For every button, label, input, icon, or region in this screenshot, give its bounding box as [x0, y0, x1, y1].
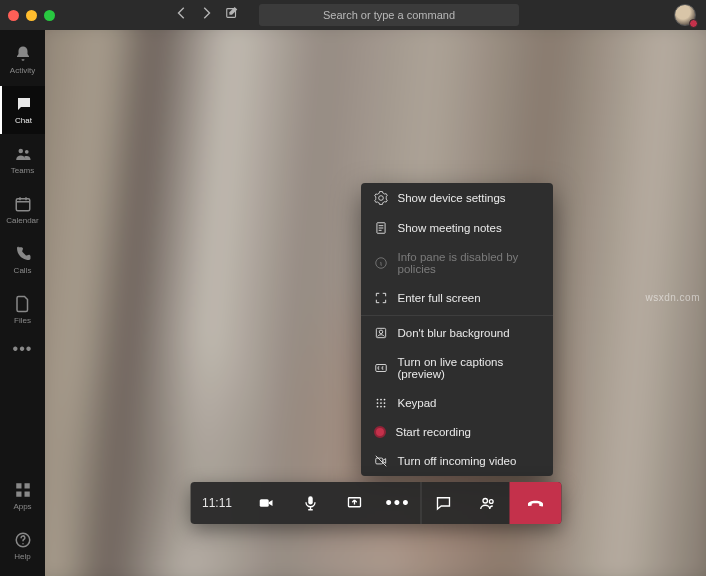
- menu-item-turn-off-incoming-video[interactable]: Turn off incoming video: [361, 446, 553, 476]
- svg-point-2: [24, 150, 28, 154]
- rail-label: Help: [14, 552, 30, 561]
- svg-point-21: [380, 406, 382, 408]
- svg-rect-7: [24, 492, 29, 497]
- blur-icon: [374, 326, 388, 340]
- rail-label: Calls: [14, 266, 32, 275]
- menu-label: Turn off incoming video: [398, 455, 517, 467]
- rail-label: Activity: [10, 66, 35, 75]
- menu-label: Start recording: [396, 426, 471, 438]
- mic-toggle-button[interactable]: [288, 482, 332, 524]
- menu-divider: [361, 315, 553, 316]
- chat-icon: [434, 494, 452, 512]
- svg-rect-25: [308, 496, 313, 504]
- chat-toggle-button[interactable]: [421, 482, 465, 524]
- svg-point-16: [383, 399, 385, 401]
- menu-label: Info pane is disabled by policies: [398, 251, 540, 275]
- more-actions-button[interactable]: •••: [376, 482, 420, 524]
- video-off-icon: [374, 454, 388, 468]
- menu-label: Don't blur background: [398, 327, 510, 339]
- menu-item-info-disabled: Info pane is disabled by policies: [361, 243, 553, 283]
- video-stage: wsxdn.com Show device settings Show meet…: [45, 30, 706, 576]
- rail-item-apps[interactable]: Apps: [0, 472, 45, 520]
- menu-item-start-recording[interactable]: Start recording: [361, 418, 553, 446]
- rail-label: Apps: [13, 502, 31, 511]
- mac-traffic-lights: [8, 10, 55, 21]
- phone-icon: [14, 245, 32, 263]
- svg-point-22: [383, 406, 385, 408]
- gear-icon: [374, 191, 388, 205]
- rail-label: Teams: [11, 166, 35, 175]
- ellipsis-icon: •••: [386, 494, 411, 512]
- camera-toggle-button[interactable]: [244, 482, 288, 524]
- app-window: Search or type a command Activity Chat T…: [0, 0, 706, 576]
- rail-item-help[interactable]: Help: [0, 522, 45, 570]
- rail-item-chat[interactable]: Chat: [0, 86, 45, 134]
- hang-up-button[interactable]: [509, 482, 561, 524]
- share-icon: [345, 494, 363, 512]
- file-icon: [14, 295, 32, 313]
- watermark: wsxdn.com: [645, 292, 700, 303]
- rail-label: Chat: [15, 116, 32, 125]
- compose-button[interactable]: [225, 6, 239, 24]
- rail-item-teams[interactable]: Teams: [0, 136, 45, 184]
- camera-icon: [257, 494, 275, 512]
- menu-item-device-settings[interactable]: Show device settings: [361, 183, 553, 213]
- call-control-bar: 11:11 •••: [190, 482, 561, 524]
- participants-button[interactable]: [465, 482, 509, 524]
- minimize-window-button[interactable]: [26, 10, 37, 21]
- menu-item-keypad[interactable]: Keypad: [361, 388, 553, 418]
- hangup-icon: [526, 494, 544, 512]
- rail-item-calendar[interactable]: Calendar: [0, 186, 45, 234]
- menu-item-live-captions[interactable]: Turn on live captions (preview): [361, 348, 553, 388]
- svg-point-28: [489, 500, 493, 504]
- svg-point-20: [376, 406, 378, 408]
- search-placeholder: Search or type a command: [323, 9, 455, 21]
- app-rail: Activity Chat Teams Calendar Calls Files: [0, 30, 45, 576]
- menu-label: Keypad: [398, 397, 437, 409]
- svg-rect-6: [16, 492, 21, 497]
- rail-label: Calendar: [6, 216, 38, 225]
- menu-item-blur-background[interactable]: Don't blur background: [361, 318, 553, 348]
- keypad-icon: [374, 396, 388, 410]
- mic-icon: [301, 494, 319, 512]
- svg-rect-4: [16, 483, 21, 488]
- svg-point-15: [380, 399, 382, 401]
- share-screen-button[interactable]: [332, 482, 376, 524]
- record-icon: [374, 426, 386, 438]
- rail-more-button[interactable]: •••: [13, 340, 33, 358]
- rail-item-calls[interactable]: Calls: [0, 236, 45, 284]
- rail-label: Files: [14, 316, 31, 325]
- svg-rect-5: [24, 483, 29, 488]
- svg-point-18: [380, 402, 382, 404]
- teams-icon: [14, 145, 32, 163]
- help-icon: [14, 531, 32, 549]
- menu-label: Show meeting notes: [398, 222, 502, 234]
- notes-icon: [374, 221, 388, 235]
- svg-point-14: [376, 399, 378, 401]
- menu-label: Enter full screen: [398, 292, 481, 304]
- people-icon: [478, 494, 496, 512]
- bell-icon: [14, 45, 32, 63]
- nav-back-button[interactable]: [175, 6, 189, 24]
- info-icon: [374, 256, 388, 270]
- rail-item-activity[interactable]: Activity: [0, 36, 45, 84]
- menu-item-fullscreen[interactable]: Enter full screen: [361, 283, 553, 313]
- rail-item-files[interactable]: Files: [0, 286, 45, 334]
- zoom-window-button[interactable]: [44, 10, 55, 21]
- svg-point-1: [18, 149, 23, 154]
- svg-point-19: [383, 402, 385, 404]
- more-actions-menu: Show device settings Show meeting notes …: [361, 183, 553, 476]
- close-window-button[interactable]: [8, 10, 19, 21]
- svg-point-11: [379, 330, 383, 334]
- calendar-icon: [14, 195, 32, 213]
- search-input[interactable]: Search or type a command: [259, 4, 519, 26]
- titlebar: Search or type a command: [0, 0, 706, 30]
- svg-point-27: [483, 499, 488, 504]
- fullscreen-icon: [374, 291, 388, 305]
- chat-icon: [15, 95, 33, 113]
- call-duration: 11:11: [190, 482, 244, 524]
- nav-forward-button[interactable]: [199, 6, 213, 24]
- cc-icon: [374, 361, 388, 375]
- menu-label: Turn on live captions (preview): [398, 356, 540, 380]
- menu-item-meeting-notes[interactable]: Show meeting notes: [361, 213, 553, 243]
